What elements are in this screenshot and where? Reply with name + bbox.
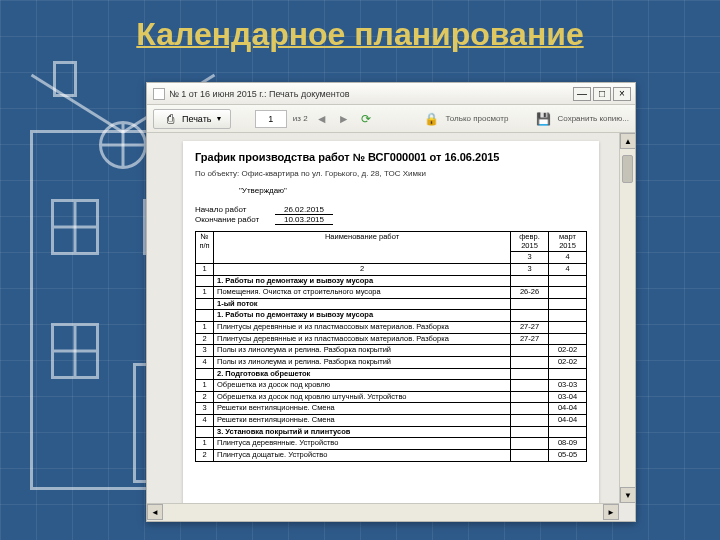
- save-icon[interactable]: 💾: [536, 111, 552, 127]
- print-preview-window: № 1 от 16 июня 2015 г.: Печать документо…: [146, 82, 636, 522]
- col-month1: февр. 2015: [511, 232, 549, 252]
- print-button[interactable]: ⎙ Печать ▼: [153, 109, 231, 129]
- hdr-4: 4: [549, 263, 587, 275]
- slide-title: Календарное планирование: [0, 16, 720, 53]
- maximize-button[interactable]: □: [593, 87, 611, 101]
- toolbar: ⎙ Печать ▼ из 2 ◄ ► ⟳ 🔒 Только просмотр …: [147, 105, 635, 133]
- scroll-left-icon[interactable]: ◄: [147, 504, 163, 520]
- col-sub4: 4: [549, 252, 587, 264]
- document-viewport[interactable]: График производства работ № ВСГ000001 от…: [147, 133, 635, 521]
- col-sub3: 3: [511, 252, 549, 264]
- table-row: 1Обрешетка из досок под кровлю03-03: [196, 380, 587, 392]
- table-row: 4Полы из линолеума и релина. Разборка по…: [196, 356, 587, 368]
- save-as-label[interactable]: Сохранить копию...: [558, 114, 629, 123]
- table-row: 3Решетки вентиляционные. Смена04-04: [196, 403, 587, 415]
- table-row: 2Обрешетка из досок под кровлю штучный. …: [196, 391, 587, 403]
- schedule-table: № п/п Наименование работ февр. 2015 март…: [195, 231, 587, 462]
- table-row: 4Решетки вентиляционные. Смена04-04: [196, 415, 587, 427]
- refresh-icon[interactable]: ⟳: [358, 111, 374, 127]
- doc-title: График производства работ № ВСГ000001 от…: [195, 151, 587, 163]
- horizontal-scrollbar[interactable]: ◄ ►: [147, 503, 619, 521]
- next-page-icon[interactable]: ►: [336, 111, 352, 127]
- page-number-input[interactable]: [255, 110, 287, 128]
- print-label: Печать: [182, 114, 211, 124]
- table-row: 2Плинтусы деревянные и из пластмассовых …: [196, 333, 587, 345]
- table-row: 1Плинтусы деревянные и из пластмассовых …: [196, 322, 587, 334]
- table-row: 3Полы из линолеума и релина. Разборка по…: [196, 345, 587, 357]
- start-label: Начало работ: [195, 205, 275, 215]
- col-num: № п/п: [196, 232, 214, 264]
- table-row: 2Плинтуса дощатые. Устройство05-05: [196, 449, 587, 461]
- table-row: 1. Работы по демонтажу и вывозу мусора: [196, 310, 587, 322]
- document-page: График производства работ № ВСГ000001 от…: [183, 141, 599, 521]
- close-button[interactable]: ×: [613, 87, 631, 101]
- prev-page-icon[interactable]: ◄: [314, 111, 330, 127]
- window-title: № 1 от 16 июня 2015 г.: Печать документо…: [169, 89, 571, 99]
- approve-stamp: "Утверждаю": [239, 186, 587, 195]
- page-count-label: из 2: [293, 114, 308, 123]
- chevron-down-icon: ▼: [215, 115, 222, 122]
- scroll-down-icon[interactable]: ▼: [620, 487, 635, 503]
- hdr-3: 3: [511, 263, 549, 275]
- col-month2: март 2015: [549, 232, 587, 252]
- hdr-2: 2: [214, 263, 511, 275]
- table-row: 1Помещения. Очистка от строительного мус…: [196, 287, 587, 299]
- minimize-button[interactable]: —: [573, 87, 591, 101]
- printer-icon: ⎙: [162, 111, 178, 127]
- table-row: 2. Подготовка обрешеток: [196, 368, 587, 380]
- scroll-right-icon[interactable]: ►: [603, 504, 619, 520]
- readonly-label: Только просмотр: [446, 114, 509, 123]
- col-name: Наименование работ: [214, 232, 511, 264]
- end-label: Окончание работ: [195, 215, 275, 225]
- table-row: 3. Установка покрытий и плинтусов: [196, 426, 587, 438]
- table-row: 1Плинтуса деревянные. Устройство08-09: [196, 438, 587, 450]
- vertical-scrollbar[interactable]: ▲ ▼: [619, 133, 635, 503]
- hdr-1: 1: [196, 263, 214, 275]
- app-icon: [153, 88, 165, 100]
- object-line: По объекту: Офис-квартира по ул. Горьког…: [195, 169, 587, 178]
- scroll-up-icon[interactable]: ▲: [620, 133, 635, 149]
- table-row: 1-ый поток: [196, 298, 587, 310]
- titlebar[interactable]: № 1 от 16 июня 2015 г.: Печать документо…: [147, 83, 635, 105]
- start-date: 26.02.2015: [275, 205, 333, 215]
- table-row: 1. Работы по демонтажу и вывозу мусора: [196, 275, 587, 287]
- end-date: 10.03.2015: [275, 215, 333, 225]
- scroll-thumb[interactable]: [622, 155, 633, 183]
- readonly-icon: 🔒: [424, 111, 440, 127]
